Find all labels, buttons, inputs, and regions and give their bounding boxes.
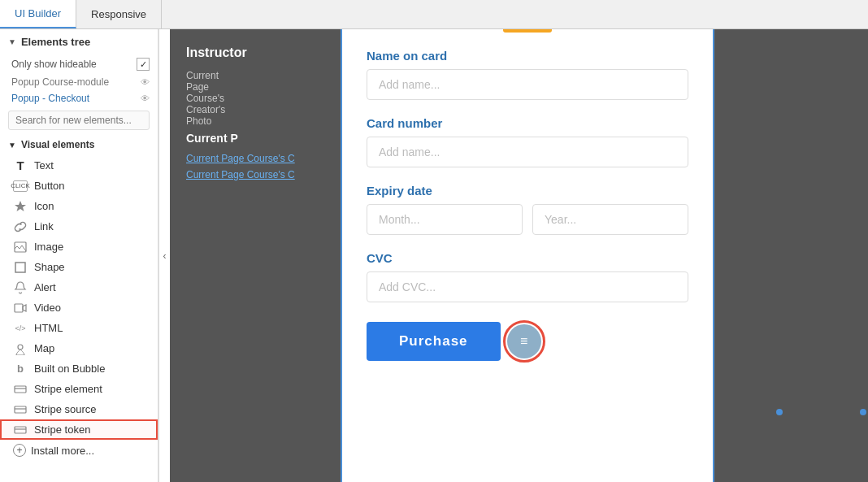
card-number-input[interactable] bbox=[367, 137, 688, 167]
svg-rect-1 bbox=[15, 263, 25, 272]
element-item-video[interactable]: Video bbox=[0, 297, 158, 318]
icon-icon bbox=[13, 201, 28, 212]
name-on-card-group: Name on card bbox=[367, 49, 688, 100]
main-layout: ▼ Elements tree Only show hideable Popup… bbox=[0, 29, 868, 482]
expiry-date-label: Expiry date bbox=[367, 184, 688, 198]
canvas-corner-dot-far-right bbox=[860, 409, 866, 415]
element-label-icon: Icon bbox=[34, 200, 54, 212]
current-page-label: Current P bbox=[186, 132, 324, 145]
field-link-1[interactable]: Current Page Course's C bbox=[186, 153, 324, 164]
element-item-stripe-token[interactable]: Stripe token bbox=[0, 419, 158, 440]
element-item-html[interactable]: </> HTML bbox=[0, 318, 158, 338]
element-item-stripe-source[interactable]: Stripe source bbox=[0, 399, 158, 419]
stripe-icon: ≡ bbox=[520, 334, 527, 349]
search-bar-container bbox=[0, 106, 158, 134]
link-icon bbox=[13, 221, 28, 232]
element-item-text[interactable]: T Text bbox=[0, 155, 158, 176]
cvc-group: CVC bbox=[367, 251, 688, 302]
card-number-group: Card number bbox=[367, 116, 688, 167]
svg-point-3 bbox=[18, 345, 23, 350]
purchase-button[interactable]: Purchase bbox=[367, 322, 501, 361]
element-label-stripe-source: Stripe source bbox=[34, 403, 97, 415]
svg-rect-6 bbox=[15, 406, 26, 413]
stripe-token-icon bbox=[13, 424, 28, 436]
visual-elements-label: Visual elements bbox=[21, 139, 95, 150]
elements-tree-label: Elements tree bbox=[21, 36, 90, 48]
cvc-label: CVC bbox=[367, 251, 688, 265]
element-item-stripe-element[interactable]: Stripe element bbox=[0, 379, 158, 399]
purchase-row: Purchase ≡ bbox=[367, 322, 688, 361]
visual-elements-arrow: ▼ bbox=[8, 141, 16, 150]
element-label-alert: Alert bbox=[34, 281, 56, 293]
show-hideable-checkbox[interactable] bbox=[137, 58, 150, 71]
canvas: ‹ Instructor CurrentPageCourse'sCreator'… bbox=[158, 29, 868, 482]
install-more[interactable]: + Install more... bbox=[0, 440, 158, 461]
element-label-html: HTML bbox=[34, 322, 63, 334]
name-on-card-input[interactable] bbox=[367, 69, 688, 100]
expiry-date-group: Expiry date bbox=[367, 184, 688, 235]
element-item-map[interactable]: Map bbox=[0, 338, 158, 358]
checkout-panel: Name on card Card number Expiry date CVC bbox=[341, 29, 714, 482]
svg-rect-8 bbox=[15, 427, 26, 433]
plus-icon: + bbox=[13, 444, 26, 457]
month-input[interactable] bbox=[367, 204, 523, 235]
top-tabs: UI Builder Responsive bbox=[0, 0, 868, 29]
element-label-stripe-element: Stripe element bbox=[34, 383, 102, 395]
eye-icon: 👁 bbox=[141, 77, 150, 87]
button-icon: CLICK bbox=[13, 180, 28, 192]
alert-icon bbox=[13, 282, 28, 293]
built-on-bubble-icon: b bbox=[13, 363, 28, 375]
collapse-handle[interactable]: ‹ bbox=[158, 29, 170, 482]
element-item-image[interactable]: Image bbox=[0, 237, 158, 257]
element-label-built-on-bubble: Built on Bubble bbox=[34, 363, 105, 375]
install-more-label: Install more... bbox=[31, 445, 94, 457]
sidebar: ▼ Elements tree Only show hideable Popup… bbox=[0, 29, 158, 482]
show-hideable-label: Only show hideable bbox=[11, 59, 97, 70]
checkout-form: Name on card Card number Expiry date CVC bbox=[342, 33, 713, 385]
field-link-2[interactable]: Current Page Course's C bbox=[186, 169, 324, 180]
svg-rect-4 bbox=[15, 386, 26, 393]
visual-elements-header[interactable]: ▼ Visual elements bbox=[0, 134, 158, 155]
canvas-corner-dot-right bbox=[776, 409, 783, 415]
elements-tree-header[interactable]: ▼ Elements tree bbox=[0, 29, 158, 54]
element-item-alert[interactable]: Alert bbox=[0, 277, 158, 297]
element-item-icon[interactable]: Icon bbox=[0, 196, 158, 216]
video-icon bbox=[13, 302, 28, 314]
image-icon bbox=[13, 241, 28, 253]
map-icon bbox=[13, 343, 28, 354]
element-label-button: Button bbox=[34, 180, 65, 192]
instructor-heading: Instructor bbox=[186, 46, 324, 60]
element-label-video: Video bbox=[34, 302, 61, 314]
stripe-circle[interactable]: ≡ bbox=[507, 324, 541, 358]
element-item-shape[interactable]: Shape bbox=[0, 257, 158, 277]
stripe-element-icon bbox=[13, 384, 28, 395]
element-label-map: Map bbox=[34, 342, 54, 354]
popup-checkout[interactable]: Popup - Checkout 👁 bbox=[0, 90, 158, 106]
stripe-source-icon bbox=[13, 404, 28, 415]
text-icon: T bbox=[13, 160, 28, 172]
svg-rect-2 bbox=[15, 304, 23, 312]
year-input[interactable] bbox=[532, 204, 688, 235]
element-label-text: Text bbox=[34, 159, 54, 172]
search-input[interactable] bbox=[8, 111, 150, 130]
element-label-image: Image bbox=[34, 241, 63, 253]
date-row bbox=[367, 204, 688, 235]
show-hideable-row: Only show hideable bbox=[0, 54, 158, 74]
name-on-card-label: Name on card bbox=[367, 49, 688, 63]
elements-tree-arrow: ▼ bbox=[8, 37, 16, 46]
tab-responsive[interactable]: Responsive bbox=[76, 0, 162, 28]
element-item-built-on-bubble[interactable]: b Built on Bubble bbox=[0, 358, 158, 379]
element-item-button[interactable]: CLICK Button bbox=[0, 176, 158, 196]
popup-course-module: Popup Course-module 👁 bbox=[0, 74, 158, 90]
tab-ui-builder[interactable]: UI Builder bbox=[0, 0, 76, 28]
element-label-link: Link bbox=[34, 220, 54, 232]
element-item-link[interactable]: Link bbox=[0, 216, 158, 237]
shape-icon bbox=[13, 262, 28, 273]
card-number-label: Card number bbox=[367, 116, 688, 130]
html-icon: </> bbox=[13, 323, 28, 334]
course-panel: Instructor CurrentPageCourse'sCreator'sP… bbox=[170, 29, 341, 482]
element-label-shape: Shape bbox=[34, 261, 65, 273]
cvc-input[interactable] bbox=[367, 271, 688, 302]
eye-icon-2: 👁 bbox=[141, 93, 150, 103]
element-label-stripe-token: Stripe token bbox=[34, 423, 90, 436]
